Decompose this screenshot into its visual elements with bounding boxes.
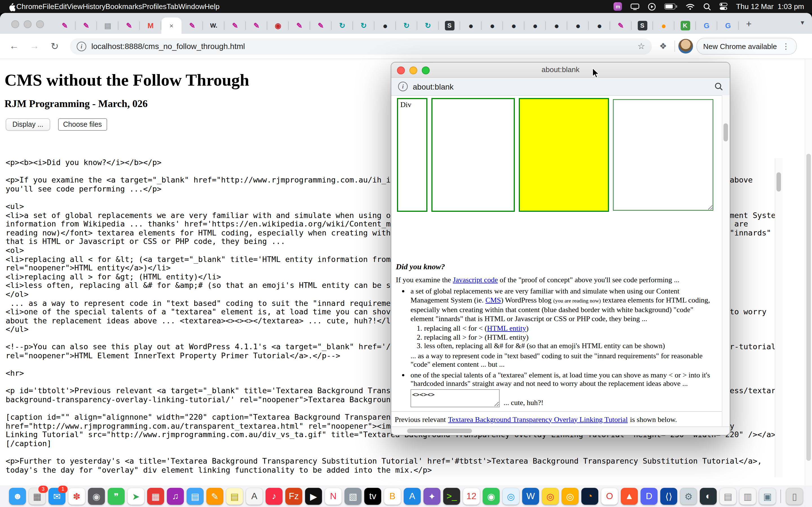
dock-app-icon[interactable]: 12: [463, 488, 480, 505]
minimize-window-button[interactable]: [24, 20, 32, 28]
browser-tab[interactable]: W.: [203, 17, 224, 34]
dock-app-icon[interactable]: ❞: [108, 488, 124, 505]
spotlight-icon[interactable]: [703, 3, 711, 10]
cms-link[interactable]: CMS: [486, 295, 501, 304]
dock-app-icon[interactable]: W: [522, 488, 539, 505]
browser-tab[interactable]: ↻: [396, 17, 417, 34]
textarea-scrollbar[interactable]: [775, 158, 783, 477]
battery-icon[interactable]: [665, 3, 677, 10]
dock-app-icon[interactable]: ➤: [128, 488, 144, 505]
dock-app-icon[interactable]: ✽: [68, 488, 85, 505]
dock-app-icon[interactable]: ▤: [187, 488, 204, 505]
close-window-button[interactable]: [11, 20, 19, 28]
dock-app-icon[interactable]: ◔: [581, 488, 598, 505]
dock-app-icon[interactable]: ◎: [562, 488, 578, 505]
browser-tab[interactable]: K: [674, 17, 696, 34]
demo-textarea[interactable]: <><><>: [410, 389, 500, 407]
menubar-app-icon[interactable]: m: [614, 2, 622, 11]
popup-address-bar[interactable]: i about:blank: [391, 78, 730, 96]
bookmark-star-icon[interactable]: ☆: [638, 41, 645, 51]
browser-tab[interactable]: ●: [481, 17, 503, 34]
menubar-item[interactable]: History: [83, 2, 105, 11]
browser-tab[interactable]: S: [439, 17, 460, 34]
new-tab-button[interactable]: +: [741, 16, 757, 32]
control-center-icon[interactable]: [720, 3, 728, 10]
menubar-item[interactable]: Help: [204, 2, 220, 11]
dock-app-icon[interactable]: ▯: [786, 488, 803, 505]
browser-tab[interactable]: ●: [589, 17, 610, 34]
dock-app-icon[interactable]: ▤: [719, 488, 737, 505]
browser-tab[interactable]: ✎: [118, 17, 140, 34]
browser-tab[interactable]: S: [631, 17, 653, 34]
browser-tab[interactable]: ✎: [246, 17, 267, 34]
popup-site-info-icon[interactable]: i: [398, 82, 408, 91]
dock-app-icon[interactable]: ⚙: [680, 488, 697, 505]
textarea-scrollbar-thumb[interactable]: [776, 172, 781, 191]
dock-app-icon[interactable]: ◐: [700, 488, 717, 505]
popup-titlebar[interactable]: about:blank: [391, 62, 730, 78]
menubar-item[interactable]: Bookmarks: [105, 2, 142, 11]
browser-tab[interactable]: ●: [546, 17, 567, 34]
popup-vertical-scrollbar-thumb[interactable]: [723, 123, 728, 142]
dock-app-icon[interactable]: ▦: [147, 488, 164, 505]
page-scrollbar-thumb[interactable]: [806, 154, 811, 461]
menubar-item[interactable]: Profiles: [142, 2, 167, 11]
browser-tab[interactable]: ↻: [353, 17, 374, 34]
javascript-code-link[interactable]: Javascript code: [453, 275, 498, 284]
dock-app-icon[interactable]: ♫: [167, 488, 184, 505]
dock-app-icon[interactable]: Fz: [285, 488, 302, 505]
browser-tab[interactable]: ●: [653, 17, 674, 34]
dock-app-icon[interactable]: D: [641, 488, 658, 505]
dock-app-icon[interactable]: ▤: [226, 488, 243, 505]
apple-menu-icon[interactable]: [8, 2, 15, 11]
browser-tab[interactable]: ●: [524, 17, 546, 34]
dock-app-icon[interactable]: ▶: [305, 488, 322, 505]
profile-avatar[interactable]: [678, 39, 693, 54]
zoom-window-button[interactable]: [36, 20, 44, 28]
browser-tab[interactable]: ✎: [289, 17, 310, 34]
browser-tab[interactable]: ✎: [75, 17, 97, 34]
html-entity-link[interactable]: HTML entity: [487, 324, 526, 332]
dock-app-icon[interactable]: O: [601, 488, 618, 505]
dock-app-icon[interactable]: ▧: [345, 488, 361, 505]
browser-tab[interactable]: ▤: [97, 17, 118, 34]
browser-tab[interactable]: ↻: [332, 17, 353, 34]
dock-app-icon[interactable]: tv: [364, 488, 381, 505]
popup-zoom-search-icon[interactable]: [714, 82, 723, 91]
browser-tab[interactable]: ●: [567, 17, 589, 34]
menubar-item[interactable]: Window: [179, 2, 205, 11]
browser-tab[interactable]: ◉: [267, 17, 289, 34]
dock-app-icon[interactable]: ✦: [423, 488, 441, 505]
browser-tab[interactable]: ✎: [610, 17, 631, 34]
dock-app-icon[interactable]: ▦ 3: [29, 488, 46, 505]
browser-tab[interactable]: ✎: [224, 17, 246, 34]
tab-active[interactable]: ×: [161, 17, 182, 34]
back-button[interactable]: ←: [6, 38, 22, 55]
url-text[interactable]: localhost:8888/cms_no_follow_through.htm…: [91, 42, 245, 51]
dock-app-icon[interactable]: ⟨⟩: [660, 488, 677, 505]
browser-tab[interactable]: ✎: [54, 17, 75, 34]
dock-app-icon[interactable]: ▣: [759, 488, 776, 505]
dock-app-icon[interactable]: ▲: [621, 488, 638, 505]
dock-app-icon[interactable]: N: [325, 488, 342, 505]
dock-app-icon[interactable]: A: [246, 488, 263, 505]
browser-tab[interactable]: ●: [503, 17, 524, 34]
popup-textarea-1[interactable]: [432, 98, 515, 212]
dock-app-icon[interactable]: ◉: [483, 488, 500, 505]
address-bar[interactable]: i localhost:8888/cms_no_follow_through.h…: [70, 38, 652, 54]
dock-app-icon[interactable]: ◉: [88, 488, 105, 505]
browser-tab[interactable]: ✎: [182, 17, 203, 34]
display-button[interactable]: Display ...: [6, 118, 50, 131]
browser-tab[interactable]: ●: [460, 17, 481, 34]
popup-horizontal-scrollbar-thumb[interactable]: [407, 429, 472, 433]
forward-button[interactable]: →: [26, 38, 43, 55]
page-scrollbar[interactable]: [805, 59, 812, 507]
site-info-icon[interactable]: i: [77, 41, 86, 51]
menubar-item[interactable]: Edit: [54, 2, 67, 11]
browser-tab[interactable]: ●: [374, 17, 396, 34]
popup-textarea-2[interactable]: [613, 99, 713, 211]
popup-vertical-scrollbar[interactable]: [722, 95, 730, 427]
wifi-icon[interactable]: [686, 3, 695, 10]
browser-tab[interactable]: ✎: [310, 17, 332, 34]
dock-app-icon[interactable]: A: [404, 488, 421, 505]
